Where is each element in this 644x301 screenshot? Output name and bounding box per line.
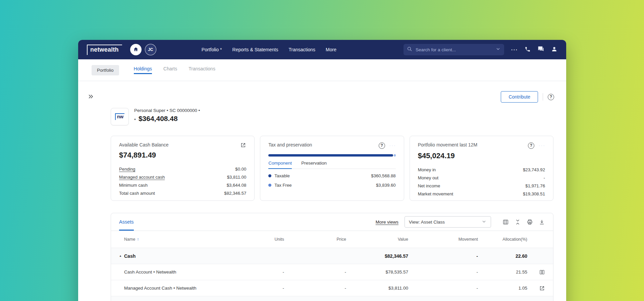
nw-mark-icon: nw: [115, 113, 124, 120]
nav-item-more[interactable]: More: [326, 47, 336, 52]
external-link-icon[interactable]: [539, 285, 545, 291]
table-row-group-alternatives[interactable]: ▲ Alternative Investments $1,070.90 (485…: [111, 296, 553, 301]
external-link-icon[interactable]: [240, 142, 246, 148]
row-label: Market movement: [418, 191, 453, 196]
cell-movement: -: [408, 253, 478, 259]
view-selector-value: View: Asset Class: [409, 220, 445, 225]
tax-component-bar: [268, 154, 395, 157]
book-icon: [539, 269, 545, 275]
cell-allocation: 22.60: [478, 253, 527, 259]
cell-price: -: [284, 286, 346, 291]
legend-dot-taxfree-icon: [268, 184, 271, 187]
assets-table-card: Assets More views View: Asset Class: [111, 213, 553, 301]
movement-amount: $45,024.19: [418, 152, 545, 160]
column-movement[interactable]: Movement: [408, 237, 478, 242]
tab-transactions[interactable]: Transactions: [189, 66, 215, 74]
tax-card-tabs: Component Preservation: [268, 161, 395, 169]
row-label: Taxable: [274, 173, 289, 178]
account-name: Personal Super • SC 00000000 •: [134, 108, 200, 113]
movement-row-moneyin: Money in $23,743.92: [418, 166, 545, 174]
phone-button[interactable]: [525, 46, 531, 53]
cell-movement: -: [408, 269, 478, 275]
row-value: $19,308.51: [523, 191, 545, 196]
app-window: netwealth JC Portfolio * Reports & State…: [78, 40, 566, 301]
bullet-icon: •: [134, 117, 136, 122]
column-units[interactable]: Units: [244, 237, 284, 242]
table-row-managed-cash[interactable]: Managed Account Cash • Netwealth - - $3,…: [111, 280, 553, 296]
collapse-triangle-icon[interactable]: ▲: [119, 255, 124, 257]
row-label: Money in: [418, 167, 436, 172]
card-title: Available Cash Balance: [119, 142, 169, 147]
row-value: $1,971.76: [525, 183, 545, 188]
chat-icon: [538, 46, 544, 53]
messages-button[interactable]: [538, 46, 544, 53]
contribute-button[interactable]: Contribute: [501, 91, 538, 103]
navbar-icons: ⋯: [511, 46, 557, 53]
print-button[interactable]: [527, 219, 533, 225]
nav-item-transactions[interactable]: Transactions: [288, 47, 315, 52]
cell-units: -: [244, 269, 284, 275]
desktop-background: netwealth JC Portfolio * Reports & State…: [0, 0, 644, 301]
taxable-segment: [268, 154, 393, 157]
collapse-rows-icon: [515, 219, 521, 225]
tab-assets[interactable]: Assets: [119, 213, 134, 231]
legend-dot-taxable-icon: [268, 174, 271, 177]
tab-charts[interactable]: Charts: [163, 66, 177, 74]
view-selector[interactable]: View: Asset Class: [405, 216, 491, 228]
collapse-rows-button[interactable]: [515, 219, 521, 225]
expand-sidebar-button[interactable]: [88, 93, 94, 101]
help-icon[interactable]: ?: [528, 142, 534, 149]
card-portfolio-movement: Portfolio movement last 12M ? ⋯ $45,024.…: [410, 136, 553, 201]
profile-button[interactable]: [551, 46, 557, 53]
nav-item-portfolio[interactable]: Portfolio *: [202, 47, 222, 52]
portfolio-chip[interactable]: Portfolio: [92, 65, 119, 75]
row-value: $3,644.08: [227, 183, 247, 188]
more-views-link[interactable]: More views: [376, 220, 398, 225]
chevron-down-icon[interactable]: [495, 46, 501, 53]
nav-item-reports[interactable]: Reports & Statements: [232, 47, 278, 52]
home-button[interactable]: [130, 44, 142, 55]
tab-holdings[interactable]: Holdings: [134, 66, 152, 74]
avatar[interactable]: JC: [145, 44, 156, 55]
row-value: $82,346.57: [224, 191, 246, 196]
card-title: Portfolio movement last 12M: [418, 142, 477, 147]
table-row-cash-account[interactable]: Cash Account • Netwealth - - $78,535.57 …: [111, 264, 553, 280]
chevron-down-icon: [481, 219, 487, 225]
card-menu-button[interactable]: ⋯: [389, 142, 396, 149]
cell-allocation: 21.55: [478, 269, 527, 275]
column-price[interactable]: Price: [284, 237, 346, 242]
account-balance: $364,408.48: [139, 115, 178, 123]
card-title: Tax and preservation: [268, 142, 312, 147]
cell-price: -: [284, 269, 346, 275]
tab-preservation[interactable]: Preservation: [301, 161, 327, 169]
column-allocation[interactable]: Allocation(%): [478, 237, 527, 242]
ledger-button[interactable]: [539, 269, 545, 275]
search-input[interactable]: [415, 47, 495, 53]
tab-component[interactable]: Component: [268, 161, 292, 169]
holding-name: Managed Account Cash • Netwealth: [124, 286, 197, 291]
primary-nav: Portfolio * Reports & Statements Transac…: [202, 47, 336, 52]
card-available-cash: Available Cash Balance $74,891.49 Pendin…: [111, 136, 255, 201]
account-info: Personal Super • SC 00000000 • • $364,40…: [134, 108, 200, 123]
help-icon[interactable]: ?: [548, 94, 554, 100]
download-button[interactable]: [539, 219, 545, 225]
row-value: -: [544, 175, 545, 180]
column-value[interactable]: Value: [346, 237, 408, 242]
client-search[interactable]: [404, 44, 504, 55]
row-value: $23,743.92: [523, 167, 545, 172]
column-name[interactable]: Name: [124, 237, 135, 242]
row-label[interactable]: Pending: [119, 167, 135, 172]
person-icon: [551, 46, 557, 53]
card-menu-button[interactable]: ⋯: [538, 142, 545, 149]
table-row-group-cash[interactable]: ▲ Cash $82,346.57 - 22.60: [111, 248, 553, 264]
more-options-button[interactable]: ⋯: [511, 46, 518, 53]
help-icon[interactable]: ?: [379, 142, 385, 149]
row-label[interactable]: Managed account cash: [119, 175, 165, 180]
cell-allocation: 1.05: [478, 286, 527, 291]
home-icon: [133, 46, 139, 53]
netwealth-logo[interactable]: netwealth: [87, 45, 122, 55]
columns-button[interactable]: [502, 219, 509, 225]
cash-row-pending: Pending $0.00: [119, 165, 246, 173]
taxfree-segment: [394, 154, 396, 157]
taxable-row: Taxable $360,568.88: [268, 173, 395, 178]
